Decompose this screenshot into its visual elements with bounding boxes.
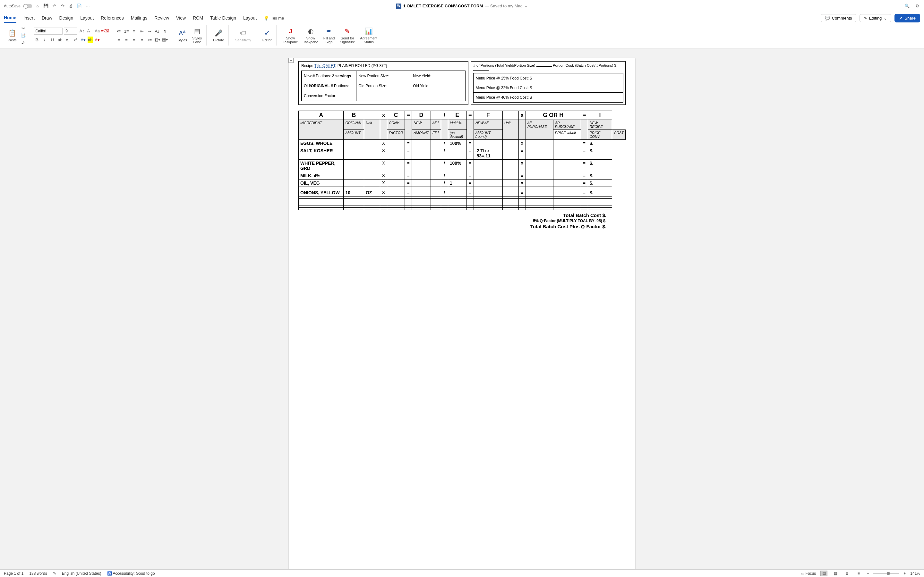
styles-pane-label: Styles Pane <box>192 36 202 44</box>
editing-button[interactable]: ✎ Editing ⌄ <box>859 14 892 22</box>
strikethrough-icon[interactable]: ab <box>57 37 63 43</box>
chevron-down-icon[interactable]: ⌄ <box>524 3 528 8</box>
autosave-toggle[interactable] <box>23 4 32 8</box>
sensitivity-icon: 🏷 <box>239 29 248 37</box>
search-icon[interactable]: 🔍 <box>904 3 910 9</box>
dictate-button[interactable]: 🎤 Dictate <box>211 28 226 43</box>
voice-group: 🎤 Dictate <box>208 25 229 45</box>
italic-icon[interactable]: I <box>41 37 48 43</box>
text-effects-icon[interactable]: A▾ <box>80 37 86 43</box>
comments-button[interactable]: 💬 Comments <box>821 14 856 22</box>
font-group: A↑ A↓ Aa A⌫ B I U ab x₂ x² A▾ ab A▾ <box>31 25 111 45</box>
sort-icon[interactable]: A↓ <box>154 28 160 34</box>
shrink-font-icon[interactable]: A↓ <box>86 27 93 34</box>
ribbon-options-icon[interactable]: ⚙ <box>914 3 920 9</box>
tab-design[interactable]: Design <box>59 13 73 23</box>
font-size-select[interactable] <box>64 27 78 35</box>
decrease-indent-icon[interactable]: ⇤ <box>139 28 145 34</box>
format-painter-icon[interactable]: 🖌 <box>20 39 26 45</box>
tab-mailings[interactable]: Mailings <box>131 13 147 23</box>
styles-icon: Aᴬ <box>178 29 187 37</box>
col-B: B <box>344 111 364 120</box>
clear-format-icon[interactable]: A⌫ <box>102 27 108 34</box>
editor-icon: ✔ <box>262 29 271 37</box>
copy-icon[interactable]: 📑 <box>20 32 26 39</box>
font-color-icon[interactable]: A▾ <box>94 37 100 43</box>
table-row: OIL, VEGX=/1=x=$. <box>299 179 626 187</box>
col-blank1 <box>364 111 380 120</box>
col-x2: x <box>519 111 525 120</box>
form-right-box: # of Portions (Total Yield/Portion Size)… <box>471 61 626 105</box>
tab-layout-2[interactable]: Layout <box>243 13 257 23</box>
align-right-icon[interactable]: ≡ <box>131 36 137 43</box>
tab-draw[interactable]: Draw <box>42 13 52 23</box>
agreement-button[interactable]: 📊 Agreement Status <box>358 26 379 45</box>
titlebar-center: W 1 OMLET EXERCISE CONV-COST FORM — Save… <box>396 3 528 9</box>
paste-button[interactable]: 📋 Paste <box>6 28 19 43</box>
page-add-icon[interactable]: + <box>288 58 294 63</box>
font-name-select[interactable] <box>34 27 63 35</box>
show-taskpane-1[interactable]: J Show Taskpane <box>281 26 300 45</box>
home-icon[interactable]: ⌂ <box>35 3 40 9</box>
styles-pane-button[interactable]: ▤ Styles Pane <box>190 26 204 45</box>
numbering-icon[interactable]: 1≡ <box>123 28 129 34</box>
paragraph-group: •≡ 1≡ ≡ ⇤ ⇥ A↓ ¶ ≡ ≡ ≡ ≡ ↕≡ ◧▾ ▦▾ <box>113 25 171 45</box>
comment-icon: 💬 <box>825 16 830 21</box>
styles-button[interactable]: Aᴬ Styles <box>176 28 189 43</box>
title-bar: AutoSave ⌂ 💾 ↶ ↷ 🖨 📄 ⋯ W 1 OMLET EXERCIS… <box>0 0 924 12</box>
more-icon[interactable]: ⋯ <box>85 3 90 9</box>
editor-button[interactable]: ✔ Editor <box>260 28 274 43</box>
align-left-icon[interactable]: ≡ <box>115 36 122 43</box>
line-spacing-icon[interactable]: ↕≡ <box>146 36 153 43</box>
taskpane-label-1: Show Taskpane <box>283 36 298 44</box>
underline-icon[interactable]: U <box>49 37 55 43</box>
sensitivity-button[interactable]: 🏷 Sensitivity <box>233 28 253 43</box>
change-case-icon[interactable]: Aa <box>94 27 100 34</box>
tab-references[interactable]: References <box>101 13 124 23</box>
fill-sign-button[interactable]: ✒ Fill and Sign <box>321 26 336 45</box>
bold-icon[interactable]: B <box>34 37 40 43</box>
subscript-icon[interactable]: x₂ <box>65 37 71 43</box>
titlebar-right: 🔍 ⚙ <box>904 3 920 9</box>
tab-review[interactable]: Review <box>154 13 169 23</box>
clipboard-group: 📋 Paste ✂ 📑 🖌 <box>3 25 29 45</box>
shading-icon[interactable]: ◧▾ <box>154 36 160 43</box>
export-icon[interactable]: 📄 <box>76 3 82 9</box>
superscript-icon[interactable]: x² <box>72 37 79 43</box>
undo-icon[interactable]: ↶ <box>51 3 57 9</box>
justify-icon[interactable]: ≡ <box>139 36 145 43</box>
align-center-icon[interactable]: ≡ <box>123 36 129 43</box>
form-top: Recipe Title OMLET, PLAINED ROLLED (PG 8… <box>298 61 626 105</box>
tab-insert[interactable]: Insert <box>23 13 35 23</box>
increase-indent-icon[interactable]: ⇥ <box>146 28 153 34</box>
borders-icon[interactable]: ▦▾ <box>162 36 168 43</box>
share-button[interactable]: ↗ Share <box>895 14 920 23</box>
fill-sign-icon: ✒ <box>325 27 334 35</box>
send-sig-button[interactable]: ✎ Send for Signature <box>338 26 357 45</box>
multilevel-icon[interactable]: ≡ <box>131 28 137 34</box>
table-row: MILK, 4%X=/=x=$. <box>299 172 626 179</box>
table-row <box>299 197 626 199</box>
highlight-icon[interactable]: ab <box>87 37 93 43</box>
tab-layout[interactable]: Layout <box>80 13 94 23</box>
tab-home[interactable]: Home <box>4 13 16 23</box>
redo-icon[interactable]: ↷ <box>60 3 65 9</box>
grow-font-icon[interactable]: A↑ <box>79 27 85 34</box>
tab-rcm[interactable]: RCM <box>193 13 203 23</box>
document-area[interactable]: + Recipe Title OMLET, PLAINED ROLLED (PG… <box>0 48 924 570</box>
print-icon[interactable]: 🖨 <box>68 3 74 9</box>
show-taskpane-2[interactable]: ◐ Show Taskpane <box>301 26 320 45</box>
bullets-icon[interactable]: •≡ <box>115 28 122 34</box>
save-icon[interactable]: 💾 <box>43 3 49 9</box>
cut-icon[interactable]: ✂ <box>20 25 26 31</box>
tab-table-design[interactable]: Table Design <box>210 13 236 23</box>
pilcrow-icon[interactable]: ¶ <box>162 28 168 34</box>
tab-view[interactable]: View <box>176 13 186 23</box>
total-batch: Total Batch Cost $. <box>298 213 606 218</box>
titlebar-left: AutoSave ⌂ 💾 ↶ ↷ 🖨 📄 ⋯ <box>4 3 90 9</box>
col-C: C <box>387 111 405 120</box>
page[interactable]: + Recipe Title OMLET, PLAINED ROLLED (PG… <box>289 58 635 570</box>
portions-line: # of Portions (Total Yield/Portion Size)… <box>473 63 624 73</box>
document-title[interactable]: 1 OMLET EXERCISE CONV-COST FORM <box>403 3 483 8</box>
tell-me[interactable]: 💡 Tell me <box>264 16 284 21</box>
